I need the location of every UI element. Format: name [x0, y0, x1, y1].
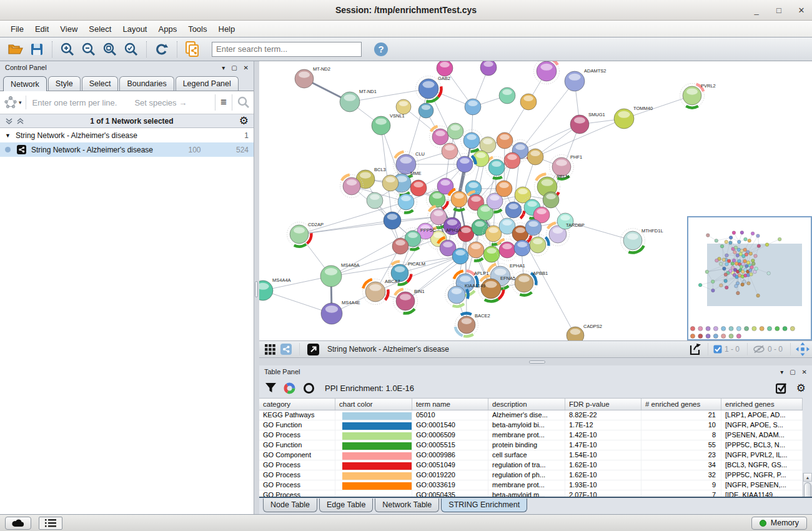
zoom-out-button[interactable]: [78, 40, 99, 59]
zoom-selected-button[interactable]: [121, 40, 142, 59]
network-node[interactable]: [418, 103, 433, 118]
refresh-button[interactable]: [151, 40, 172, 59]
birds-eye-view[interactable]: [687, 216, 812, 340]
network-node[interactable]: [570, 115, 589, 134]
network-node[interactable]: [480, 61, 497, 76]
scroll-up-arrow[interactable]: ▲: [803, 473, 812, 482]
network-node[interactable]: [392, 238, 408, 254]
share-view-button[interactable]: [278, 342, 294, 356]
birdseye-toggle-icon[interactable]: [796, 342, 810, 356]
tree-expand-icon[interactable]: ▼: [5, 132, 11, 139]
menu-item-select[interactable]: Select: [84, 22, 116, 36]
network-node[interactable]: [295, 69, 314, 88]
network-node[interactable]: [454, 154, 476, 176]
clone-network-button[interactable]: [182, 40, 203, 59]
column-header-enriched-genes[interactable]: enriched genes: [721, 399, 803, 410]
panel-splitter-horizontal[interactable]: [259, 358, 812, 365]
menu-item-view[interactable]: View: [56, 22, 82, 36]
filter-icon[interactable]: [265, 383, 276, 393]
network-node[interactable]: [565, 71, 585, 91]
table-row[interactable]: GO FunctionGO:0001540beta-amyloid bi...1…: [259, 420, 803, 430]
table-row[interactable]: GO ComponentGO:0009986cell surface1.54E-…: [259, 450, 803, 460]
network-node[interactable]: [321, 303, 342, 324]
tab-network-table[interactable]: Network Table: [375, 499, 439, 512]
chart-color-donut-icon[interactable]: [284, 382, 295, 394]
network-node[interactable]: [527, 149, 543, 165]
network-node[interactable]: [437, 61, 453, 76]
column-header-fdr-p-value[interactable]: FDR p-value: [565, 399, 641, 410]
network-node[interactable]: [372, 116, 390, 135]
network-node[interactable]: [499, 87, 515, 104]
tab-legend-panel[interactable]: Legend Panel: [176, 76, 239, 91]
network-row[interactable]: String Network - Alzheimer's disease 100…: [0, 142, 254, 157]
tab-edge-table[interactable]: Edge Table: [319, 499, 373, 512]
network-node[interactable]: [520, 94, 537, 110]
string-options-menu-icon[interactable]: ≡: [220, 96, 227, 109]
expand-all-icon[interactable]: [16, 117, 24, 125]
network-node[interactable]: [320, 266, 342, 287]
network-collection-row[interactable]: ▼ String Network - Alzheimer's disease 1: [0, 128, 254, 142]
search-input[interactable]: [212, 42, 362, 57]
zoom-fit-button[interactable]: [99, 40, 121, 59]
string-protein-query-dropdown[interactable]: ▾: [4, 96, 26, 109]
help-button[interactable]: ?: [370, 40, 392, 59]
table-row[interactable]: GO ProcessGO:0006509membrane prot...1.42…: [259, 430, 803, 440]
network-canvas[interactable]: MT-ND2MT-ND1VSNL1GAB2ADAMTS2SMUG1TOMM40P…: [259, 61, 812, 340]
ring-chart-icon[interactable]: [303, 382, 315, 394]
network-node[interactable]: [465, 99, 481, 115]
menu-item-help[interactable]: Help: [214, 22, 240, 36]
column-header--enriched-genes[interactable]: # enriched genes: [641, 399, 721, 410]
tab-select[interactable]: Select: [82, 76, 119, 91]
tab-string-enrichment[interactable]: STRING Enrichment: [441, 499, 527, 512]
network-node[interactable]: [514, 240, 530, 256]
save-session-button[interactable]: [26, 40, 47, 59]
column-header-term-name[interactable]: term name: [412, 399, 488, 410]
table-row[interactable]: KEGG Pathways05010Alzheimer's dise...8.8…: [259, 410, 803, 420]
table-panel-undock-icon[interactable]: ▢: [790, 369, 795, 375]
network-node[interactable]: [340, 92, 360, 112]
network-node[interactable]: [367, 192, 383, 209]
memory-button[interactable]: Memory: [751, 517, 807, 530]
table-row[interactable]: GO ProcessGO:0033619membrane prot...1.93…: [259, 480, 803, 490]
panel-float-icon[interactable]: ▾: [222, 64, 225, 71]
open-session-button[interactable]: [5, 40, 26, 59]
close-button[interactable]: ✕: [797, 6, 806, 15]
table-row[interactable]: GO ProcessGO:0051049regulation of tra...…: [259, 460, 803, 470]
network-node[interactable]: [497, 132, 513, 149]
network-node[interactable]: [504, 152, 520, 169]
select-rows-checkbox-icon[interactable]: [776, 382, 788, 394]
network-node[interactable]: [614, 109, 634, 129]
network-node[interactable]: [461, 130, 483, 152]
menu-item-apps[interactable]: Apps: [154, 22, 182, 36]
string-search-icon[interactable]: [237, 96, 250, 109]
network-node[interactable]: [496, 181, 512, 197]
birdseye-viewport[interactable]: [707, 244, 802, 306]
splitter-grip[interactable]: [255, 281, 258, 297]
tab-node-table[interactable]: Node Table: [263, 499, 317, 512]
network-panel-gear-icon[interactable]: ⚙: [239, 116, 249, 126]
menu-item-tools[interactable]: Tools: [184, 22, 211, 36]
column-header-chart-color[interactable]: chart color: [335, 399, 412, 410]
table-panel-close-icon[interactable]: ✕: [802, 369, 807, 375]
network-node[interactable]: [442, 143, 458, 159]
string-query-placeholder[interactable]: Enter one term per line.: [32, 98, 117, 107]
network-node[interactable]: [534, 61, 560, 84]
task-history-button[interactable]: [39, 517, 62, 530]
panel-splitter-vertical[interactable]: [254, 61, 259, 514]
table-row[interactable]: GO ProcessGO:0019220regulation of ph...1…: [259, 470, 803, 480]
network-node[interactable]: [452, 248, 468, 264]
set-species-link[interactable]: Set species →: [134, 98, 187, 107]
network-node[interactable]: [259, 280, 273, 300]
table-panel-float-icon[interactable]: ▾: [780, 369, 783, 375]
zoom-in-button[interactable]: [57, 40, 78, 59]
selected-checkbox-icon[interactable]: [713, 345, 722, 354]
network-node[interactable]: [543, 192, 559, 208]
menu-item-layout[interactable]: Layout: [118, 22, 151, 36]
network-node[interactable]: [567, 327, 584, 340]
tab-style[interactable]: Style: [48, 76, 81, 91]
detach-view-button[interactable]: [305, 342, 321, 356]
hidden-eye-icon[interactable]: [753, 345, 765, 354]
table-row[interactable]: GO FunctionGO:0005515protein binding1.47…: [259, 440, 803, 450]
network-node[interactable]: [382, 175, 399, 191]
network-node[interactable]: [525, 219, 542, 236]
